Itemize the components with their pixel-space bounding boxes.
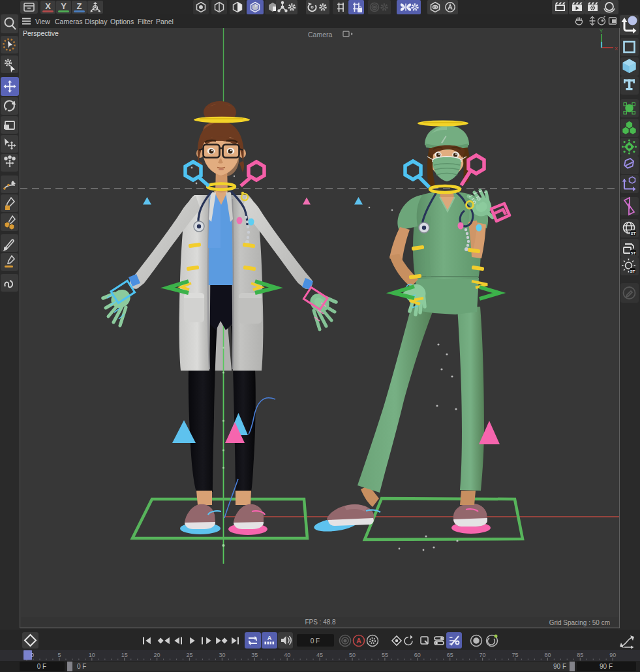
svg-text:Z: Z: [77, 1, 82, 11]
svg-text:85: 85: [577, 652, 583, 658]
svg-text:50: 50: [349, 652, 356, 658]
svg-text:A: A: [356, 637, 361, 645]
svg-text:10: 10: [89, 652, 95, 658]
svg-text:5: 5: [57, 652, 61, 658]
svg-text:0: 0: [31, 652, 34, 658]
svg-text:Perspective: Perspective: [23, 29, 59, 37]
svg-text:15: 15: [121, 652, 128, 658]
svg-text:80: 80: [544, 652, 551, 658]
svg-text:25: 25: [186, 652, 192, 658]
svg-text:65: 65: [447, 652, 453, 658]
svg-text:40: 40: [284, 652, 290, 658]
svg-text:X: X: [45, 1, 51, 11]
svg-text:90: 90: [609, 652, 616, 658]
svg-text:35: 35: [251, 652, 258, 658]
svg-text:A: A: [267, 635, 272, 641]
svg-text:Display: Display: [85, 18, 108, 25]
svg-text:Camera: Camera: [308, 31, 333, 38]
svg-text:Panel: Panel: [156, 18, 174, 25]
svg-text:Options: Options: [110, 18, 134, 25]
svg-text:60: 60: [414, 652, 421, 658]
svg-text:45: 45: [316, 652, 323, 658]
svg-text:ST: ST: [631, 251, 636, 255]
svg-text:FPS : 48.8: FPS : 48.8: [305, 619, 336, 626]
svg-text:0 F: 0 F: [37, 663, 46, 670]
svg-text:Cameras: Cameras: [55, 18, 83, 25]
svg-text:20: 20: [154, 652, 160, 658]
svg-text:Y: Y: [61, 1, 67, 11]
svg-text:Filter: Filter: [138, 18, 153, 25]
svg-text:X: X: [615, 46, 618, 52]
svg-text:75: 75: [511, 652, 518, 658]
svg-text:ST: ST: [631, 232, 636, 236]
svg-text:Y: Y: [600, 28, 603, 34]
svg-text:30: 30: [219, 652, 225, 658]
svg-text:90 F: 90 F: [553, 663, 566, 670]
svg-text:0 F: 0 F: [311, 637, 320, 645]
svg-text:0 F: 0 F: [77, 663, 86, 670]
svg-text:55: 55: [382, 652, 388, 658]
svg-text:90 F: 90 F: [600, 663, 613, 670]
svg-text:Grid Spacing : 50 cm: Grid Spacing : 50 cm: [549, 619, 610, 626]
svg-text:View: View: [35, 18, 50, 25]
svg-text:70: 70: [480, 652, 486, 658]
svg-text:ST: ST: [630, 269, 635, 273]
